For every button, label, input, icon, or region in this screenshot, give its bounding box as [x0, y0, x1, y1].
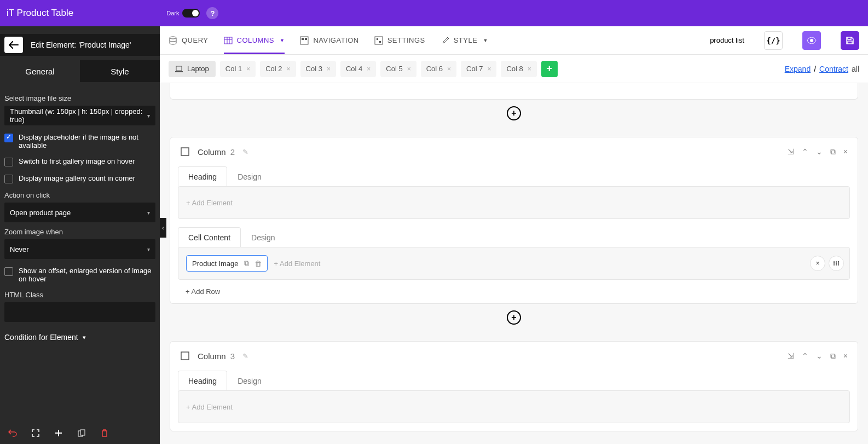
svg-rect-13	[181, 352, 189, 360]
app-header: iT Product Table Dark ?	[0, 0, 868, 26]
element-chip-product-image[interactable]: Product Image ⧉ 🗑	[186, 255, 268, 272]
heading-dropzone[interactable]: + Add Element	[178, 186, 850, 219]
nav-query[interactable]: QUERY	[169, 26, 209, 54]
close-icon[interactable]: ×	[447, 65, 451, 73]
edit-icon[interactable]: ✎	[242, 148, 248, 156]
eye-icon	[807, 37, 817, 44]
database-icon	[169, 36, 177, 45]
col-pill-7[interactable]: Col 7×	[461, 61, 496, 77]
expand-link[interactable]: Expand	[785, 65, 811, 73]
responsive-selector[interactable]: Laptop	[169, 61, 216, 77]
copy-icon[interactable]	[77, 428, 86, 438]
add-element-text[interactable]: + Add Element	[274, 260, 321, 268]
tab-heading[interactable]: Heading	[178, 166, 227, 187]
row-settings-button[interactable]	[829, 256, 844, 271]
duplicate-icon[interactable]: ⧉	[830, 351, 836, 361]
nav-style[interactable]: STYLE ▼	[441, 26, 488, 54]
table-name-input[interactable]	[679, 36, 744, 44]
col-pill-4[interactable]: Col 4×	[340, 61, 376, 77]
add-column-between-button[interactable]: +	[507, 106, 521, 120]
tab-design[interactable]: Design	[227, 371, 272, 391]
card-header: Column 3 ✎ ⇲ ⌃ ⌄ ⧉ ×	[170, 342, 858, 370]
help-button[interactable]: ?	[206, 7, 218, 19]
move-up-icon[interactable]: ⌃	[802, 351, 808, 361]
cb-count-row[interactable]: Display image gallery count in corner	[4, 174, 155, 183]
checkbox-count[interactable]	[4, 175, 13, 183]
trash-icon[interactable]: 🗑	[254, 260, 262, 268]
close-icon[interactable]: ×	[327, 65, 331, 73]
remove-row-button[interactable]: ×	[810, 256, 825, 271]
col-pill-1[interactable]: Col 1×	[220, 61, 256, 77]
collapse-icon[interactable]: ⇲	[788, 147, 794, 157]
checkbox-hover[interactable]	[4, 158, 13, 166]
dark-mode-toggle[interactable]: Dark	[166, 9, 200, 18]
plus-icon[interactable]	[54, 428, 63, 438]
move-down-icon[interactable]: ⌄	[816, 351, 823, 361]
col-pill-8[interactable]: Col 8×	[501, 61, 536, 77]
add-column-button[interactable]: +	[541, 61, 558, 77]
move-down-icon[interactable]: ⌄	[816, 147, 823, 157]
cb-offset-row[interactable]: Show an offset, enlarged version of imag…	[4, 267, 155, 283]
close-icon[interactable]: ×	[287, 65, 291, 73]
collapse-sidebar-button[interactable]: ‹	[160, 218, 166, 238]
cb-hover-row[interactable]: Switch to first gallery image on hover	[4, 157, 155, 166]
select-image-size[interactable]: Thumbnail (w: 150px | h: 150px | cropped…	[4, 106, 155, 125]
col-pill-6[interactable]: Col 6×	[421, 61, 456, 77]
select-action[interactable]: Open product page ▾	[4, 203, 155, 222]
code-button[interactable]: {/}	[764, 31, 783, 50]
cell-dropzone[interactable]: Product Image ⧉ 🗑 + Add Element ×	[178, 247, 850, 280]
all-text: all	[852, 65, 859, 73]
content-scroll[interactable]: + Column 2 ✎ ⇲ ⌃ ⌄ ⧉ ×	[160, 83, 868, 444]
collapse-icon[interactable]: ⇲	[788, 351, 794, 361]
col-pill-3[interactable]: Col 3×	[300, 61, 336, 77]
toggle-switch[interactable]	[182, 9, 200, 18]
sliders-icon	[833, 260, 840, 267]
preview-button[interactable]	[802, 31, 821, 50]
select-zoom[interactable]: Never ▾	[4, 239, 155, 259]
add-column-between-button[interactable]: +	[507, 310, 521, 325]
add-row-button[interactable]: + Add Row	[170, 287, 858, 303]
move-up-icon[interactable]: ⌃	[802, 147, 808, 157]
tab-heading[interactable]: Heading	[178, 371, 227, 391]
tab-design[interactable]: Design	[227, 166, 272, 187]
close-icon[interactable]: ×	[843, 351, 848, 361]
expand-icon[interactable]	[31, 428, 40, 438]
add-element-text[interactable]: + Add Element	[186, 199, 233, 207]
add-element-text[interactable]: + Add Element	[186, 403, 233, 411]
col-pill-5[interactable]: Col 5×	[380, 61, 416, 77]
svg-rect-9	[379, 41, 381, 43]
nav-columns[interactable]: COLUMNS ▼	[224, 26, 285, 54]
columns-bar: Laptop Col 1× Col 2× Col 3× Col 4× Col 5…	[160, 55, 868, 83]
tab-design[interactable]: Design	[241, 227, 286, 247]
copy-icon[interactable]: ⧉	[244, 259, 249, 268]
tab-cell-content[interactable]: Cell Content	[178, 227, 241, 247]
trash-icon[interactable]	[100, 428, 109, 438]
close-icon[interactable]: ×	[407, 65, 411, 73]
close-icon[interactable]: ×	[487, 65, 491, 73]
add-between-row: +	[170, 304, 858, 331]
close-icon[interactable]: ×	[246, 65, 250, 73]
tab-style[interactable]: Style	[80, 60, 160, 82]
heading-dropzone[interactable]: + Add Element	[178, 390, 850, 423]
close-icon[interactable]: ×	[528, 65, 531, 73]
checkbox-placeholder[interactable]	[4, 134, 13, 142]
back-button[interactable]	[4, 37, 23, 53]
col-pill-2[interactable]: Col 2×	[260, 61, 296, 77]
input-html-class[interactable]	[4, 302, 155, 322]
undo-icon[interactable]	[8, 428, 18, 438]
nav-navigation[interactable]: NAVIGATION	[300, 26, 358, 54]
close-icon[interactable]: ×	[843, 147, 848, 157]
cb-placeholder-row[interactable]: Display placeholder if the image is not …	[4, 133, 155, 149]
close-icon[interactable]: ×	[367, 65, 371, 73]
checkbox-offset[interactable]	[4, 267, 13, 276]
nav-settings[interactable]: SETTINGS	[374, 26, 425, 54]
contract-link[interactable]: Contract	[819, 65, 848, 73]
edit-icon[interactable]: ✎	[242, 352, 248, 360]
card-actions: ⇲ ⌃ ⌄ ⧉ ×	[788, 351, 848, 361]
condition-toggle[interactable]: Condition for Element ▾	[4, 333, 155, 342]
svg-rect-12	[181, 148, 189, 155]
duplicate-icon[interactable]: ⧉	[830, 147, 836, 157]
tab-general[interactable]: General	[0, 60, 80, 82]
save-button[interactable]	[841, 31, 859, 50]
sidebar-tabs: General Style	[0, 60, 160, 82]
